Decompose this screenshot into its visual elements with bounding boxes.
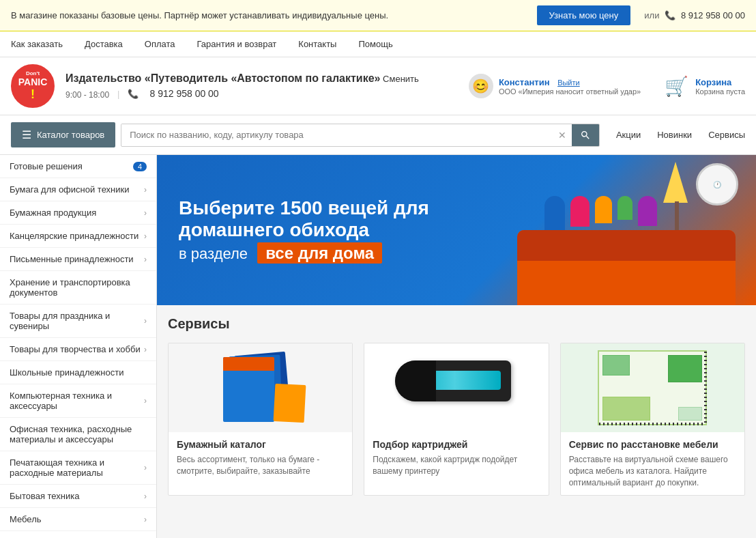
sidebar-item-hobby[interactable]: Товары для творчества и хобби › <box>0 338 156 361</box>
sidebar-item-label: Мебель <box>10 514 144 524</box>
search-clear-button[interactable]: ✕ <box>553 130 572 141</box>
services-grid: Бумажный каталог Весь ассортимент, тольк… <box>168 343 745 496</box>
sidebar-item-storage[interactable]: Хранение и транспортировка документов <box>0 271 156 305</box>
sidebar-item-ready-solutions[interactable]: Готовые решения 4 <box>0 155 156 178</box>
sidebar-item-computers[interactable]: Компьютерная техника и аксессуары › <box>0 384 156 418</box>
sidebar-item-label: Школьные принадлежности <box>10 367 147 378</box>
username[interactable]: Константин <box>499 77 550 87</box>
sidebar-item-paper-products[interactable]: Бумажная продукция › <box>0 201 156 225</box>
sidebar-item-appliances[interactable]: Бытовая техника › <box>0 485 156 508</box>
sidebar-item-school[interactable]: Школьные принадлежности <box>0 361 156 384</box>
header-cart[interactable]: 🛒 Корзина Корзина пуста <box>663 72 745 100</box>
sidebar-item-label: Печатающая техника и расходные материалы <box>10 457 144 478</box>
sidebar-item-label: Бытовая техника <box>10 491 144 501</box>
top-banner-phone: 📞 8 912 958 00 00 <box>665 10 745 20</box>
nav-actions[interactable]: Акции <box>616 130 641 140</box>
top-banner-or: или <box>644 10 659 20</box>
sidebar-item-label: Письменные принадлежности <box>10 254 144 264</box>
sofa-decoration <box>517 230 736 305</box>
nav-services[interactable]: Сервисы <box>708 130 745 140</box>
banner-highlight: все для дома <box>257 242 382 264</box>
logo-panic: PANIC <box>18 76 48 87</box>
sidebar-badge: 4 <box>133 162 147 171</box>
service-card-desc-furniture: Расставьте на виртуальной схеме вашего о… <box>569 454 736 488</box>
sidebar-item-label: Товары для праздника и сувениры <box>10 311 144 331</box>
service-card-furniture[interactable]: Сервис по расстановке мебели Расставьте … <box>560 343 745 496</box>
search-input[interactable] <box>121 124 553 145</box>
service-card-title-cartridges: Подбор картриджей <box>373 439 540 450</box>
service-card-catalog[interactable]: Бумажный каталог Весь ассортимент, тольк… <box>168 343 353 496</box>
chevron-right-icon: › <box>144 463 147 472</box>
user-avatar: 😊 <box>469 74 493 98</box>
sidebar-item-gifts[interactable]: Товары для праздника и сувениры › <box>0 305 156 338</box>
sidebar-item-food[interactable]: Продукты питания и посуда <box>0 531 156 538</box>
nav-bar: Как заказать Доставка Оплата Гарантия и … <box>0 31 756 57</box>
service-card-img-catalog <box>169 343 352 432</box>
main-layout: Готовые решения 4 Бумага для офисной тех… <box>0 155 756 538</box>
service-card-body-catalog: Бумажный каталог Весь ассортимент, тольк… <box>169 432 352 484</box>
get-price-button[interactable]: Узнать мою цену <box>537 5 631 25</box>
banner-line3: в разделе все для дома <box>179 244 429 263</box>
nav-how-to-order[interactable]: Как заказать <box>11 31 63 57</box>
chevron-right-icon: › <box>144 396 147 406</box>
sidebar-item-label: Бумажная продукция <box>10 208 144 218</box>
main-content: Выберите 1500 вещей для домашнего обиход… <box>157 155 756 538</box>
banner[interactable]: Выберите 1500 вещей для домашнего обиход… <box>157 155 756 305</box>
nav-warranty[interactable]: Гарантия и возврат <box>197 31 277 57</box>
nav-delivery[interactable]: Доставка <box>85 31 123 57</box>
logo-excl: ! <box>31 87 35 102</box>
catalog-button[interactable]: ☰ Каталог товаров <box>11 122 115 147</box>
sidebar-item-label: Офисная техника, расходные материалы и а… <box>10 424 147 444</box>
services-title: Сервисы <box>168 316 745 332</box>
chevron-right-icon: › <box>144 185 147 195</box>
search-icon <box>580 130 591 141</box>
sidebar-item-printing[interactable]: Печатающая техника и расходные материалы… <box>0 451 156 485</box>
sidebar-item-stationery[interactable]: Канцелярские принадлежности › <box>0 225 156 248</box>
chevron-right-icon: › <box>144 231 147 241</box>
cart-icon: 🛒 <box>663 72 690 100</box>
logout-link[interactable]: Выйти <box>557 79 580 87</box>
store-hours: 9:00 - 18:00 <box>66 90 109 100</box>
logo: Don't PANIC ! <box>11 64 55 108</box>
nav-payment[interactable]: Оплата <box>145 31 175 57</box>
chevron-right-icon: › <box>144 515 147 524</box>
nav-help[interactable]: Помощь <box>358 31 392 57</box>
sidebar-item-label: Компьютерная техника и аксессуары <box>10 391 144 411</box>
clock-decoration: 🕐 <box>696 163 738 206</box>
people-decoration <box>544 196 657 230</box>
hamburger-icon: ☰ <box>22 128 31 141</box>
sidebar-item-office-tech[interactable]: Офисная техника, расходные материалы и а… <box>0 418 156 451</box>
phone-icon: 📞 <box>665 10 675 20</box>
service-card-body-furniture: Сервис по расстановке мебели Расставьте … <box>561 432 744 495</box>
banner-line2: домашнего обихода <box>179 219 429 241</box>
banner-text: Выберите 1500 вещей для домашнего обиход… <box>179 197 429 263</box>
sidebar-item-label: Готовые решения <box>10 161 129 171</box>
banner-illustration: 🕐 <box>490 155 749 305</box>
nav-contacts[interactable]: Контакты <box>298 31 336 57</box>
sidebar-item-paper[interactable]: Бумага для офисной техники › <box>0 178 156 201</box>
sidebar-item-writing[interactable]: Письменные принадлежности › <box>0 248 156 271</box>
chevron-right-icon: › <box>144 255 147 264</box>
search-button[interactable] <box>572 124 599 146</box>
service-card-body-cartridges: Подбор картриджей Подскажем, какой картр… <box>364 432 548 484</box>
lamp-decoration <box>663 162 688 203</box>
sidebar-item-label: Товары для творчества и хобби <box>10 344 144 354</box>
change-store-link[interactable]: Сменить <box>383 74 419 84</box>
sidebar: Готовые решения 4 Бумага для офисной тех… <box>0 155 157 538</box>
chevron-right-icon: › <box>144 316 147 326</box>
header: Don't PANIC ! Издательство «Путеводитель… <box>0 57 756 115</box>
service-card-cartridges[interactable]: Подбор картриджей Подскажем, какой картр… <box>364 343 549 496</box>
banner-line1: Выберите 1500 вещей для <box>179 197 429 219</box>
header-info: Издательство «Путеводитель «Автостопом п… <box>66 72 458 100</box>
user-company: ООО «Империя наносит ответный удар» <box>499 87 641 96</box>
service-card-title-furniture: Сервис по расстановке мебели <box>569 439 736 450</box>
top-banner: В магазине показаны базовые цены. Партнё… <box>0 0 756 31</box>
service-card-img-cartridges <box>364 343 548 432</box>
sidebar-item-label: Бумага для офисной техники <box>10 184 144 195</box>
nav-new[interactable]: Новинки <box>657 130 692 140</box>
header-phone: 8 912 958 00 00 <box>149 88 218 99</box>
service-card-img-furniture <box>561 343 744 432</box>
service-card-title-catalog: Бумажный каталог <box>177 439 344 450</box>
sidebar-item-furniture[interactable]: Мебель › <box>0 508 156 531</box>
sidebar-item-label: Канцелярские принадлежности <box>10 231 144 241</box>
